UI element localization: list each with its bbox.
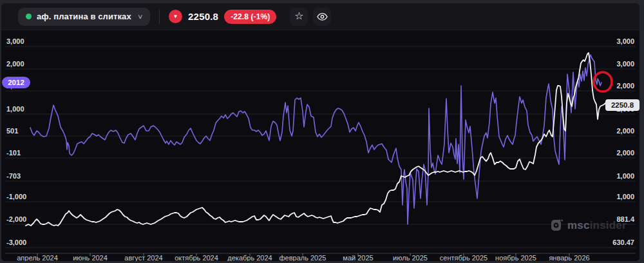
y-axis-label-right: 881.4 — [616, 215, 634, 223]
x-axis-label: апрель 2024 — [17, 254, 58, 261]
y-axis-label-right: 3,000 — [616, 60, 634, 68]
x-axis-label: январь 2026 — [549, 254, 589, 261]
x-axis-label: декабрь 2024 — [227, 254, 272, 261]
status-dot-icon — [26, 14, 32, 19]
series-platinum-price-white — [26, 53, 605, 226]
x-axis-label: ноябрь 2025 — [495, 254, 536, 261]
white-series-value-pill: 2250.8 — [605, 99, 639, 111]
favorite-button[interactable]: ☆ — [290, 8, 308, 26]
y-axis-label-right: 2,000 — [616, 149, 634, 157]
chart-area[interactable]: апрель 2024июнь 2024август 2024октябрь 2… — [1, 30, 639, 261]
y-axis-label-right: 1,000 — [616, 193, 634, 200]
y-axis-label-right: 3,000 — [616, 37, 634, 45]
purple-series-value-pill: 2012 — [2, 77, 30, 88]
x-axis-label: сентябрь 2025 — [440, 254, 488, 261]
x-axis-label: февраль 2025 — [279, 254, 327, 261]
y-axis-label-left: -1,000 — [6, 193, 26, 200]
chart-header: аф. платина в слитках ∨ ▼ 2250.8 -22.8 (… — [1, 3, 639, 30]
y-axis-label-left: 1,000 — [6, 105, 24, 113]
symbol-name: аф. платина в слитках — [37, 12, 131, 21]
down-triangle-icon: ▼ — [173, 14, 178, 19]
x-axis-label: июнь 2024 — [73, 254, 108, 261]
y-axis-label-left: -703 — [6, 172, 21, 180]
y-axis-label-left: -2,000 — [6, 215, 26, 223]
x-axis-label: октябрь 2024 — [175, 254, 218, 261]
series-indicator-purple — [30, 55, 601, 224]
chevron-down-icon: ∨ — [137, 13, 144, 20]
y-axis-label-right: 630.47 — [612, 239, 634, 246]
price-chart-svg[interactable]: апрель 2024июнь 2024август 2024октябрь 2… — [1, 30, 639, 261]
y-axis-label-left: -3,000 — [6, 239, 26, 246]
y-axis-label-left: -101 — [6, 149, 21, 157]
y-axis-label-right: 1,000 — [616, 172, 634, 180]
x-axis-label: июль 2025 — [393, 254, 428, 261]
price-direction-icon: ▼ — [169, 10, 182, 23]
y-axis-label-right: 2,000 — [616, 127, 634, 135]
symbol-selector[interactable]: аф. платина в слитках ∨ — [18, 8, 150, 26]
eye-icon — [317, 13, 328, 21]
last-price: 2250.8 — [188, 11, 218, 22]
x-axis-label: май 2025 — [343, 254, 373, 261]
y-axis-label-right: 2,000 — [616, 82, 634, 90]
y-axis-label-left: 2,000 — [6, 60, 24, 68]
header-divider — [159, 10, 160, 24]
watch-button[interactable] — [313, 8, 331, 26]
star-icon: ☆ — [294, 11, 303, 21]
change-badge: -22.8 (-1%) — [224, 10, 276, 24]
y-axis-label-left: 3,000 — [6, 37, 24, 45]
app-panel: аф. платина в слитках ∨ ▼ 2250.8 -22.8 (… — [1, 3, 639, 261]
y-axis-label-left: 501 — [6, 127, 18, 135]
x-axis-label: август 2024 — [124, 254, 162, 261]
